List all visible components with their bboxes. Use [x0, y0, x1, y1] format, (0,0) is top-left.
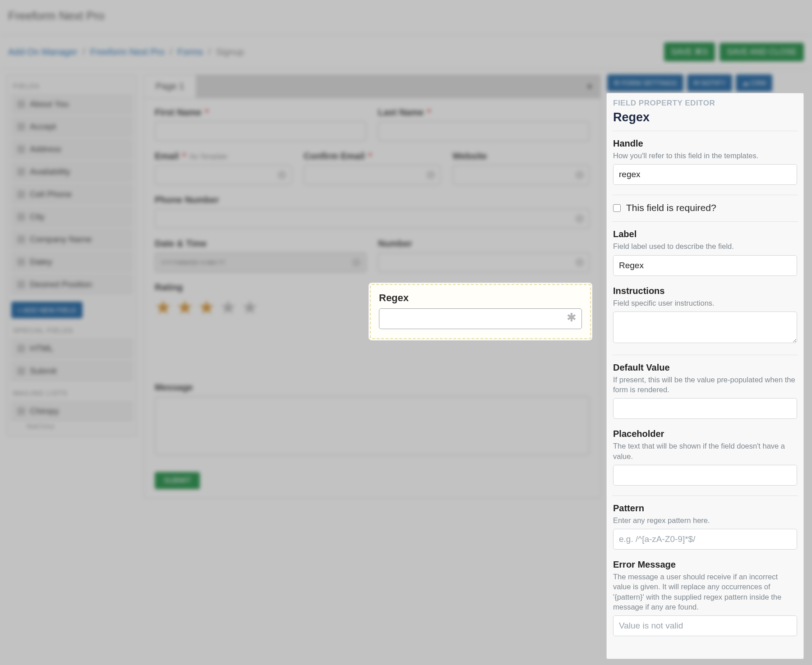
label-help: Field label used to describe the field.	[613, 241, 797, 251]
handle-label: Handle	[613, 138, 797, 149]
flag-icon	[17, 407, 25, 415]
field-label: Message	[155, 382, 193, 393]
placeholder-input[interactable]	[613, 465, 797, 486]
breadcrumb-current: Signup	[216, 47, 244, 57]
notify-button[interactable]: ✉ NOTIFY	[687, 74, 732, 92]
field-item[interactable]: HTML	[11, 339, 132, 358]
code-icon	[17, 344, 25, 353]
required-label: This field is required?	[626, 202, 716, 213]
field-label: Email	[155, 151, 179, 161]
handle-help: How you'll refer to this field in the te…	[613, 151, 797, 161]
email-input[interactable]	[155, 165, 292, 185]
instructions-help: Field specific user instructions.	[613, 298, 797, 308]
field-label: Website	[452, 151, 487, 161]
field-label: Rating	[155, 282, 183, 293]
calendar-icon	[17, 258, 25, 266]
field-label: Confirm Email	[304, 151, 365, 161]
datetime-input[interactable]	[155, 252, 366, 272]
chevron-down-icon	[17, 280, 25, 289]
pattern-label: Pattern	[613, 503, 797, 514]
text-icon	[17, 213, 25, 221]
toolbar: Add-On Manager / Freeform Next Pro / For…	[0, 35, 812, 69]
checkbox-icon	[17, 123, 25, 131]
regex-icon: ✱	[567, 311, 577, 325]
field-item[interactable]: City	[11, 207, 132, 227]
add-new-field-button[interactable]: + ADD NEW FIELD	[11, 302, 83, 318]
sidebar-heading-fields: FIELDS	[13, 82, 130, 90]
confirm-email-input[interactable]	[304, 165, 441, 185]
default-value-help: If present, this will be the value pre-p…	[613, 375, 797, 395]
field-item[interactable]: Company Name	[11, 229, 132, 249]
label-label: Label	[613, 229, 797, 239]
app-title: Freeform Next Pro	[0, 0, 812, 35]
required-checkbox[interactable]	[613, 204, 621, 212]
add-page-button[interactable]: +	[583, 79, 600, 93]
field-label: Number	[378, 238, 412, 249]
form-submit-button[interactable]: SUBMIT	[155, 472, 200, 489]
play-icon	[17, 367, 25, 375]
label-input[interactable]	[613, 255, 797, 276]
error-message-input[interactable]	[613, 615, 797, 636]
default-value-label: Default Value	[613, 362, 797, 373]
phone-input[interactable]	[155, 209, 590, 229]
placeholder-help: The text that will be shown if the field…	[613, 441, 797, 461]
form-settings-button[interactable]: ⚙ FORM SETTINGS	[607, 74, 683, 92]
message-textarea[interactable]	[155, 396, 590, 455]
field-label: Date & Time	[155, 238, 207, 249]
error-message-help: The message a user should receive if an …	[613, 572, 797, 612]
editor-title: Regex	[613, 110, 797, 124]
field-label: Regex	[379, 292, 409, 304]
text-icon	[17, 190, 25, 198]
field-item[interactable]: Cell Phone	[11, 184, 132, 204]
instructions-label: Instructions	[613, 286, 797, 296]
field-item[interactable]: Availability	[11, 162, 132, 182]
field-item[interactable]: Datey	[11, 252, 132, 272]
instructions-textarea[interactable]	[613, 312, 797, 343]
text-icon	[17, 235, 25, 243]
field-item[interactable]: Address	[11, 139, 132, 159]
field-label: First Name	[155, 107, 201, 118]
breadcrumb-item[interactable]: Add-On Manager	[8, 47, 77, 57]
breadcrumb-item[interactable]: Freeform Next Pro	[90, 47, 164, 57]
number-input[interactable]	[378, 252, 590, 272]
mailing-sublabel: MailChimp	[27, 423, 132, 430]
field-item[interactable]: Submit	[11, 361, 132, 381]
save-and-close-button[interactable]: SAVE AND CLOSE	[720, 43, 804, 61]
field-property-editor: FIELD PROPERTY EDITOR Regex Handle How y…	[606, 93, 804, 659]
checkbox-icon	[17, 100, 25, 108]
error-message-label: Error Message	[613, 560, 797, 570]
sidebar-heading-mailing: MAILING LISTS	[13, 389, 130, 397]
handle-input[interactable]	[613, 164, 797, 185]
field-item[interactable]: Desired Position	[11, 275, 132, 294]
checkbox-icon	[17, 168, 25, 176]
website-input[interactable]	[452, 165, 590, 185]
sidebar-heading-special: SPECIAL FIELDS	[13, 326, 130, 334]
field-label: Last Name	[378, 107, 424, 118]
first-name-input[interactable]	[155, 121, 366, 141]
editor-kicker: FIELD PROPERTY EDITOR	[613, 99, 797, 108]
field-item[interactable]: Chimpy	[11, 401, 132, 421]
pattern-input[interactable]	[613, 529, 797, 550]
field-label: Phone Number	[155, 195, 219, 205]
crm-button[interactable]: ☁ CRM	[736, 74, 772, 92]
save-button[interactable]: SAVE ⌘S	[664, 42, 715, 61]
fields-sidebar: FIELDS About You Accept Address Availabi…	[6, 74, 137, 436]
regex-field-selected[interactable]: Regex ✱	[370, 284, 591, 339]
field-item[interactable]: About You	[11, 94, 132, 114]
page-tab[interactable]: Page 1	[144, 75, 196, 98]
last-name-input[interactable]	[378, 121, 590, 141]
regex-field-input[interactable]	[379, 308, 582, 329]
checkbox-icon	[17, 145, 25, 153]
pattern-help: Enter any regex pattern here.	[613, 515, 797, 525]
placeholder-label: Placeholder	[613, 429, 797, 439]
default-value-input[interactable]	[613, 398, 797, 419]
breadcrumb-item[interactable]: Forms	[177, 47, 203, 57]
breadcrumb: Add-On Manager / Freeform Next Pro / For…	[8, 47, 244, 57]
field-item[interactable]: Accept	[11, 117, 132, 137]
